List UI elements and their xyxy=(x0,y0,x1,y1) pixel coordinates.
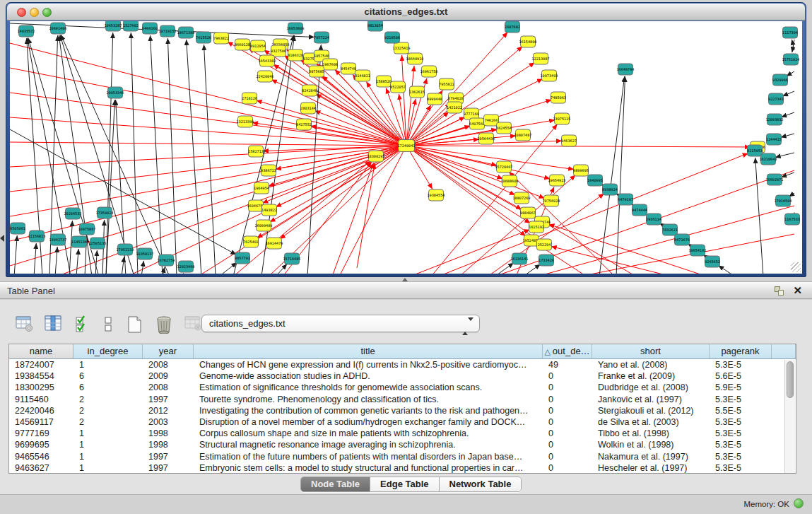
edge-black[interactable] xyxy=(781,112,794,117)
edge-red[interactable] xyxy=(406,146,751,147)
column-header-name[interactable]: name xyxy=(9,344,73,358)
table-cell[interactable]: 0 xyxy=(543,416,592,428)
table-cell[interactable]: 0 xyxy=(543,428,592,439)
table-cell[interactable]: 1 xyxy=(73,462,143,474)
table-header-row[interactable]: namein_degreeyeartitle△out_de…shortpager… xyxy=(9,344,796,359)
table-cell[interactable]: Dudbridge et al. (2008) xyxy=(592,382,710,393)
edge-black[interactable] xyxy=(76,249,78,274)
edge-black[interactable] xyxy=(204,45,216,274)
table-cell[interactable]: 0 xyxy=(543,462,592,474)
table-cell[interactable]: Changes of HCN gene expression and I(f) … xyxy=(194,359,543,370)
table-cell[interactable]: 9115460 xyxy=(9,394,73,405)
table-cell[interactable]: Tibbo et al. (1998) xyxy=(592,428,710,439)
edge-black[interactable] xyxy=(14,235,17,274)
table-cell[interactable]: 1997 xyxy=(143,394,194,405)
collapse-left-panel-arrow[interactable] xyxy=(0,235,4,242)
edge-red[interactable] xyxy=(280,146,406,239)
table-cell[interactable]: 0 xyxy=(543,370,592,382)
table-cell[interactable]: 2 xyxy=(73,394,143,405)
table-cell[interactable]: Jankovic et al. (1997) xyxy=(592,394,710,405)
table-row[interactable]: 1938455462009Genome-wide association stu… xyxy=(9,370,796,382)
table-cell[interactable]: Corpus callosum shape and size in male p… xyxy=(194,428,543,439)
table-cell[interactable]: 0 xyxy=(543,451,592,462)
new-document-icon[interactable] xyxy=(124,314,146,334)
table-cell[interactable]: 5.3E-5 xyxy=(710,416,772,428)
table-row[interactable]: 969969511998Structural magnetic resonanc… xyxy=(9,439,796,450)
edge-red[interactable] xyxy=(10,146,406,192)
table-cell[interactable]: 14569117 xyxy=(9,416,73,428)
edge-red[interactable] xyxy=(357,163,375,268)
table-cell[interactable]: 1997 xyxy=(143,462,194,474)
select-columns-icon[interactable] xyxy=(43,314,64,334)
table-cell[interactable]: 49 xyxy=(543,359,592,370)
edge-black[interactable] xyxy=(718,265,735,274)
table-cell[interactable]: 2012 xyxy=(143,405,194,416)
column-header-year[interactable]: year xyxy=(143,344,194,358)
edge-red[interactable] xyxy=(257,100,406,146)
delete-icon[interactable] xyxy=(153,314,175,334)
table-cell[interactable]: 1998 xyxy=(143,428,194,439)
network-window[interactable]: citations_edges.txt 17240041183002957963… xyxy=(6,2,806,277)
table-cell[interactable]: Estimation of the future numbers of pati… xyxy=(194,451,543,462)
table-cell[interactable]: Hescheler et al. (1997) xyxy=(592,462,710,474)
edge-red[interactable] xyxy=(406,146,574,170)
table-cell[interactable]: 2008 xyxy=(143,359,194,370)
table-cell[interactable]: Disruption of a novel member of a sodium… xyxy=(194,416,543,428)
table-cell[interactable]: 22420046 xyxy=(9,405,73,416)
table-cell[interactable]: 1997 xyxy=(143,451,194,462)
table-row[interactable]: 946554611997Estimation of the future num… xyxy=(9,451,796,462)
table-cell[interactable]: Genome-wide association studies in ADHD. xyxy=(194,370,543,382)
column-header-pagerank[interactable]: pagerank xyxy=(710,344,772,358)
table-cell[interactable]: Franke et al. (2009) xyxy=(592,370,710,382)
table-row[interactable]: 2242004622012Investigating the contribut… xyxy=(9,405,796,416)
close-panel-icon[interactable]: ✕ xyxy=(793,284,802,297)
table-cell[interactable]: 18724007 xyxy=(9,359,73,370)
table-cell[interactable]: 2 xyxy=(73,405,143,416)
table-cell[interactable]: 0 xyxy=(543,382,592,393)
table-cell[interactable]: 5.3E-5 xyxy=(710,462,772,474)
table-cell[interactable]: Nakamura et al. (1997) xyxy=(592,451,710,462)
network-window-titlebar[interactable]: citations_edges.txt xyxy=(7,4,805,21)
select-all-icon[interactable] xyxy=(73,314,94,334)
table-cell[interactable]: 2009 xyxy=(143,370,194,382)
tab-network-table[interactable]: Network Table xyxy=(440,477,522,491)
table-cell[interactable]: 1998 xyxy=(143,439,194,450)
column-header-out_de[interactable]: △out_de… xyxy=(543,344,592,358)
table-cell[interactable]: 5.3E-5 xyxy=(710,439,772,450)
table-cell[interactable]: 0 xyxy=(543,439,592,450)
column-header-title[interactable]: title xyxy=(194,344,543,358)
table-cell[interactable]: 2 xyxy=(73,416,143,428)
table-cell[interactable]: Tourette syndrome. Phenomenology and cla… xyxy=(194,394,543,405)
table-cell[interactable]: 19384554 xyxy=(9,370,73,382)
table-cell[interactable]: 9465546 xyxy=(9,451,73,462)
table-cell[interactable]: 1 xyxy=(73,451,143,462)
table-cell[interactable]: 5.5E-5 xyxy=(710,405,772,416)
edge-red[interactable] xyxy=(406,146,433,189)
table-cell[interactable]: 5.3E-5 xyxy=(710,394,772,405)
tab-edge-table[interactable]: Edge Table xyxy=(370,477,439,491)
memory-status-indicator[interactable] xyxy=(794,498,804,508)
table-cell[interactable]: Embryonic stem cells: a model to study s… xyxy=(194,462,543,474)
edge-black[interactable] xyxy=(167,38,177,274)
edge-black[interactable] xyxy=(782,91,794,96)
resize-grip[interactable] xyxy=(791,262,801,272)
table-mode-tabs[interactable]: Node TableEdge TableNetwork Table xyxy=(300,477,522,492)
table-cell[interactable]: 1 xyxy=(73,359,143,370)
edge-black[interactable] xyxy=(141,261,143,274)
table-cell[interactable]: 0 xyxy=(543,394,592,405)
table-cell[interactable]: 6 xyxy=(73,382,143,393)
table-cell[interactable]: de Silva et al. (2003) xyxy=(592,416,710,428)
table-cell[interactable]: 1 xyxy=(73,428,143,439)
edge-black[interactable] xyxy=(755,158,763,274)
edge-black[interactable] xyxy=(781,134,794,137)
table-cell[interactable]: 9777169 xyxy=(9,428,73,439)
edge-black[interactable] xyxy=(122,257,124,274)
table-row[interactable]: 946362711997Embryonic stem cells: a mode… xyxy=(9,462,796,474)
table-cell[interactable]: 1 xyxy=(73,439,143,450)
table-cell[interactable]: Yano et al. (2008) xyxy=(592,359,710,370)
table-cell[interactable]: Investigating the contribution of common… xyxy=(194,405,543,416)
table-cell[interactable]: 5.3E-5 xyxy=(710,359,772,370)
vertical-scrollbar[interactable] xyxy=(784,360,795,473)
edge-red[interactable] xyxy=(406,146,545,198)
edge-red[interactable] xyxy=(431,124,558,274)
